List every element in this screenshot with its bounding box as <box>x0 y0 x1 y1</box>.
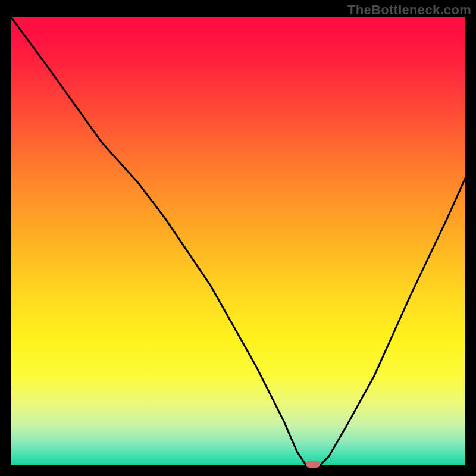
optimal-marker <box>306 461 320 468</box>
watermark-label: TheBottleneck.com <box>347 2 471 18</box>
curve-path <box>11 17 465 465</box>
chart-frame: TheBottleneck.com <box>0 0 476 476</box>
plot-area <box>11 17 465 465</box>
bottleneck-curve <box>11 17 465 465</box>
